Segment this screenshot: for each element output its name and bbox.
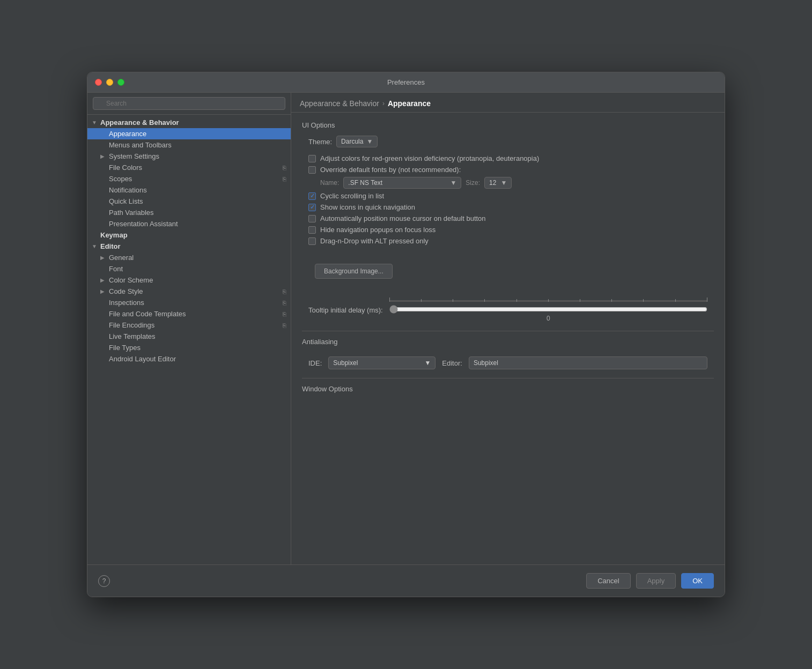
sidebar-item-file-types[interactable]: File Types (87, 342, 291, 353)
sidebar-item-file-code-templates[interactable]: File and Code Templates ⎘ (87, 308, 291, 319)
sidebar-item-label: General (109, 254, 134, 262)
spacer (100, 198, 109, 204)
checkbox-cyclic-scrolling[interactable]: ✓ (308, 192, 316, 200)
theme-select[interactable]: Darcula ▼ (336, 136, 378, 147)
checkbox-label-override-fonts: Override default fonts by (not recommend… (320, 166, 461, 174)
ok-button[interactable]: OK (681, 573, 714, 589)
checkbox-hide-nav[interactable] (308, 226, 316, 234)
sidebar-item-keymap[interactable]: Keymap (87, 229, 291, 241)
sidebar-item-inspections[interactable]: Inspections ⎘ (87, 297, 291, 308)
sidebar-item-label: File Types (109, 344, 141, 352)
sidebar-item-android-layout-editor[interactable]: Android Layout Editor (87, 353, 291, 365)
expand-arrow-icon: ▼ (92, 120, 100, 125)
sidebar-item-presentation-assistant[interactable]: Presentation Assistant (87, 218, 291, 229)
sidebar-item-label: Scopes (109, 175, 132, 183)
slider-tick (643, 299, 644, 302)
sidebar-item-label: Color Scheme (109, 276, 153, 284)
maximize-button[interactable] (117, 79, 124, 86)
sidebar-item-label: Presentation Assistant (109, 220, 178, 228)
editor-antialiasing-value: Subpixel (474, 359, 498, 367)
checkbox-auto-cursor[interactable] (308, 215, 316, 222)
slider-tick (453, 299, 453, 302)
apply-button[interactable]: Apply (636, 573, 676, 589)
editor-antialiasing-select[interactable]: Subpixel (469, 356, 707, 369)
slider-tick (675, 299, 676, 302)
chevron-down-icon: ▼ (424, 359, 431, 367)
sidebar-item-live-templates[interactable]: Live Templates (87, 331, 291, 342)
cancel-button[interactable]: Cancel (586, 573, 630, 589)
tooltip-label: Tooltip initial delay (ms): (308, 306, 383, 314)
checkbox-show-icons[interactable]: ✓ (308, 204, 316, 211)
slider-tick (611, 299, 612, 302)
slider-tick (389, 298, 390, 302)
divider-2 (302, 378, 714, 378)
checkbox-drag-drop[interactable] (308, 237, 316, 245)
spacer (100, 221, 109, 227)
sidebar-item-font[interactable]: Font (87, 263, 291, 274)
sidebar-item-label: Editor (100, 242, 121, 250)
slider-tick (421, 299, 422, 302)
spacer (100, 266, 109, 272)
sidebar-item-path-variables[interactable]: Path Variables (87, 207, 291, 218)
font-name-select[interactable]: .SF NS Text ▼ (343, 177, 461, 189)
sidebar-item-system-settings[interactable]: ▶ System Settings (87, 151, 291, 162)
sidebar-tree: ▼ Appearance & Behavior Appearance Menus… (87, 115, 291, 564)
checkmark-icon: ✓ (310, 204, 315, 211)
sidebar-item-menus-toolbars[interactable]: Menus and Toolbars (87, 139, 291, 151)
checkbox-row-cyclic-scrolling: ✓ Cyclic scrolling in list (302, 190, 714, 202)
sidebar-item-code-style[interactable]: ▶ Code Style ⎘ (87, 286, 291, 297)
sidebar-item-file-colors[interactable]: File Colors ⎘ (87, 162, 291, 173)
sidebar-item-quick-lists[interactable]: Quick Lists (87, 196, 291, 207)
checkbox-label-cyclic-scrolling: Cyclic scrolling in list (320, 192, 384, 200)
chevron-down-icon: ▼ (450, 179, 456, 187)
sidebar-item-scopes[interactable]: Scopes ⎘ (87, 173, 291, 184)
search-bar: 🔍 (87, 93, 291, 115)
close-button[interactable] (95, 79, 102, 86)
sidebar-item-label: Inspections (109, 299, 144, 307)
sidebar-item-label: System Settings (109, 152, 159, 160)
main-content: 🔍 ▼ Appearance & Behavior Appearance Men… (87, 93, 725, 564)
sidebar-item-appearance[interactable]: Appearance (87, 128, 291, 139)
sidebar-item-editor[interactable]: ▼ Editor (87, 241, 291, 252)
checkbox-row-auto-cursor: Automatically position mouse cursor on d… (302, 213, 714, 224)
background-image-button[interactable]: Background Image... (315, 264, 393, 279)
sidebar-item-file-encodings[interactable]: File Encodings ⎘ (87, 319, 291, 331)
search-input[interactable] (93, 97, 285, 110)
main-panel: Appearance & Behavior › Appearance UI Op… (291, 93, 725, 564)
checkbox-red-green[interactable] (308, 155, 316, 162)
sidebar-item-label: Live Templates (109, 332, 155, 340)
editor-label: Editor: (442, 359, 462, 367)
checkbox-row-override-fonts: Override default fonts by (not recommend… (302, 164, 714, 175)
sidebar-item-label: File Encodings (109, 321, 154, 329)
font-name-value: .SF NS Text (348, 179, 382, 187)
font-size-select[interactable]: 12 ▼ (484, 177, 512, 189)
copy-icon: ⎘ (283, 322, 286, 329)
tooltip-slider[interactable] (389, 305, 707, 314)
spacer (100, 165, 109, 170)
copy-icon: ⎘ (283, 300, 286, 306)
copy-icon: ⎘ (283, 165, 286, 171)
sidebar-item-appearance-behavior[interactable]: ▼ Appearance & Behavior (87, 117, 291, 128)
tooltip-delay-row: Tooltip initial delay (ms): (302, 294, 714, 326)
content-area: UI Options Theme: Darcula ▼ Ad (291, 113, 725, 564)
expand-arrow-icon: ▶ (100, 277, 109, 283)
sidebar-item-label: Notifications (109, 186, 147, 194)
section-antialiasing: Antialiasing (302, 338, 714, 346)
help-button[interactable]: ? (98, 575, 110, 587)
sidebar-item-label: Keymap (100, 231, 128, 239)
tooltip-slider-container: 0 (389, 298, 707, 322)
checkbox-override-fonts[interactable] (308, 166, 316, 174)
spacer (100, 311, 109, 317)
sidebar-item-color-scheme[interactable]: ▶ Color Scheme (87, 274, 291, 286)
sidebar-item-label: File Colors (109, 163, 142, 172)
minimize-button[interactable] (106, 79, 113, 86)
section-ui-options: UI Options (302, 121, 714, 129)
ide-label: IDE: (308, 359, 322, 367)
sidebar-item-notifications[interactable]: Notifications (87, 184, 291, 196)
sidebar-item-general[interactable]: ▶ General (87, 252, 291, 263)
slider-tick (516, 299, 517, 302)
window-title: Preferences (387, 78, 425, 86)
slider-tick (548, 299, 549, 302)
ide-antialiasing-select[interactable]: Subpixel ▼ (328, 356, 435, 369)
theme-row: Theme: Darcula ▼ (302, 136, 714, 147)
